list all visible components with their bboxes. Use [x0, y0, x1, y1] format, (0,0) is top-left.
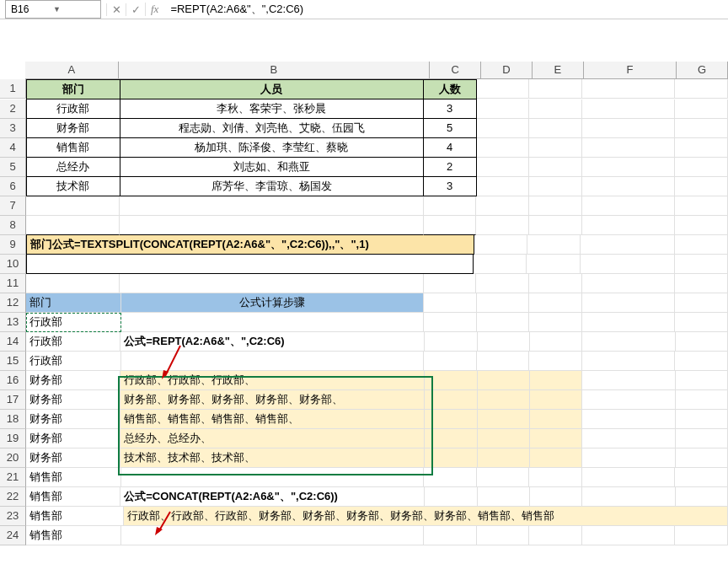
- row-13[interactable]: 13: [0, 313, 26, 332]
- cell-B5[interactable]: 刘志如、和燕亚: [120, 158, 424, 177]
- row-10[interactable]: 10: [0, 255, 26, 274]
- row-18[interactable]: 18: [0, 410, 26, 429]
- cell-B20[interactable]: 技术部、技术部、技术部、: [120, 449, 425, 468]
- row-19[interactable]: 19: [0, 429, 26, 449]
- cell-A9[interactable]: 部门公式=TEXTSPLIT(CONCAT(REPT(A2:A6&"、",C2:…: [26, 235, 474, 255]
- cell-B1[interactable]: 人员: [120, 79, 424, 99]
- cell-A12[interactable]: 部门: [26, 293, 121, 313]
- cell-A4[interactable]: 销售部: [26, 138, 120, 158]
- fx-icon[interactable]: fx: [145, 3, 163, 16]
- cell-A1[interactable]: 部门: [26, 79, 120, 99]
- cell-F1[interactable]: [582, 79, 676, 99]
- row-4[interactable]: 4: [0, 138, 26, 158]
- cell-B22[interactable]: 公式=CONCAT(REPT(A2:A6&"、",C2:C6)): [120, 487, 425, 507]
- cell-A17[interactable]: 财务部: [26, 390, 120, 410]
- col-F[interactable]: F: [584, 62, 677, 79]
- cell-A21[interactable]: 销售部: [26, 468, 121, 487]
- name-box[interactable]: B16▼: [5, 0, 101, 19]
- row-23[interactable]: 23: [0, 507, 26, 526]
- cell-G1[interactable]: [675, 79, 728, 99]
- cell-A22[interactable]: 销售部: [26, 487, 120, 507]
- cell-A3[interactable]: 财务部: [26, 119, 120, 138]
- cell-A6[interactable]: 技术部: [26, 177, 120, 196]
- cell-C4[interactable]: 4: [424, 138, 477, 158]
- row-3[interactable]: 3: [0, 119, 26, 138]
- row-24[interactable]: 24: [0, 526, 26, 545]
- formula-input[interactable]: =REPT(A2:A6&"、",C2:C6): [163, 2, 728, 17]
- row-12[interactable]: 12: [0, 293, 26, 313]
- column-headers: A B C D E F G: [25, 62, 728, 79]
- row-9[interactable]: 9: [0, 235, 26, 255]
- col-C[interactable]: C: [430, 62, 481, 79]
- cell-A15[interactable]: 行政部: [26, 352, 121, 371]
- row-8[interactable]: 8: [0, 216, 26, 235]
- col-E[interactable]: E: [533, 62, 584, 79]
- enter-icon[interactable]: ✓: [126, 3, 145, 16]
- cell-C3[interactable]: 5: [424, 119, 477, 138]
- row-6[interactable]: 6: [0, 177, 26, 196]
- row-7[interactable]: 7: [0, 196, 26, 216]
- col-D[interactable]: D: [481, 62, 533, 79]
- cell-C6[interactable]: 3: [424, 177, 477, 196]
- cell-A2[interactable]: 行政部: [26, 99, 120, 119]
- cell-B23[interactable]: 行政部、行政部、行政部、财务部、财务部、财务部、财务部、财务部、销售部、销售部: [124, 507, 728, 526]
- cell-A16[interactable]: 财务部: [26, 371, 120, 390]
- cell-A20[interactable]: 财务部: [26, 449, 120, 468]
- cell-B19[interactable]: 总经办、总经办、: [120, 429, 425, 449]
- dropdown-icon[interactable]: ▼: [53, 5, 95, 13]
- cell-E1[interactable]: [529, 79, 582, 99]
- cell-C5[interactable]: 2: [424, 158, 477, 177]
- col-A[interactable]: A: [25, 62, 119, 79]
- row-20[interactable]: 20: [0, 449, 26, 468]
- cancel-icon[interactable]: ✕: [106, 3, 126, 16]
- cell-A19[interactable]: 财务部: [26, 429, 120, 449]
- row-17[interactable]: 17: [0, 390, 26, 410]
- row-16[interactable]: 16: [0, 371, 26, 390]
- cell-C1[interactable]: 人数: [424, 79, 477, 99]
- cell-B16[interactable]: 行政部、行政部、行政部、: [120, 371, 425, 390]
- row-22[interactable]: 22: [0, 487, 26, 507]
- col-G[interactable]: G: [677, 62, 728, 79]
- cell-B6[interactable]: 席芳华、李雷琼、杨国发: [120, 177, 424, 196]
- row-5[interactable]: 5: [0, 158, 26, 177]
- cell-B4[interactable]: 杨加琪、陈泽俊、李莹红、蔡晓: [120, 138, 424, 158]
- cell-B12[interactable]: 公式计算步骤: [121, 293, 425, 313]
- cell-C2[interactable]: 3: [424, 99, 477, 119]
- row-11[interactable]: 11: [0, 274, 26, 293]
- cell-A14[interactable]: 行政部: [26, 332, 120, 352]
- cell-B2[interactable]: 李秋、客荣宇、张秒晨: [120, 99, 424, 119]
- row-21[interactable]: 21: [0, 468, 26, 487]
- spreadsheet-grid: A B C D E F G 1 部门 人员 人数 2 行政部 李秋、客荣宇、张秒…: [0, 62, 728, 545]
- cell-D1[interactable]: [477, 79, 530, 99]
- cell-A24[interactable]: 销售部: [26, 526, 121, 545]
- formula-bar: B16▼ ✕ ✓ fx =REPT(A2:A6&"、",C2:C6): [0, 0, 728, 19]
- row-2[interactable]: 2: [0, 99, 26, 119]
- cell-A23[interactable]: 销售部: [26, 507, 124, 526]
- row-1[interactable]: 1: [0, 79, 26, 99]
- cell-B14[interactable]: 公式=REPT(A2:A6&"、",C2:C6): [120, 332, 425, 352]
- col-B[interactable]: B: [119, 62, 431, 79]
- cell-B17[interactable]: 财务部、财务部、财务部、财务部、财务部、: [120, 390, 425, 410]
- row-15[interactable]: 15: [0, 352, 26, 371]
- cell-A13[interactable]: 行政部: [26, 313, 121, 332]
- cell-B18[interactable]: 销售部、销售部、销售部、销售部、: [120, 410, 425, 429]
- row-14[interactable]: 14: [0, 332, 26, 352]
- cell-A5[interactable]: 总经办: [26, 158, 120, 177]
- cell-A18[interactable]: 财务部: [26, 410, 120, 429]
- cell-B3[interactable]: 程志勋、刘倩、刘亮艳、艾晓、伍园飞: [120, 119, 424, 138]
